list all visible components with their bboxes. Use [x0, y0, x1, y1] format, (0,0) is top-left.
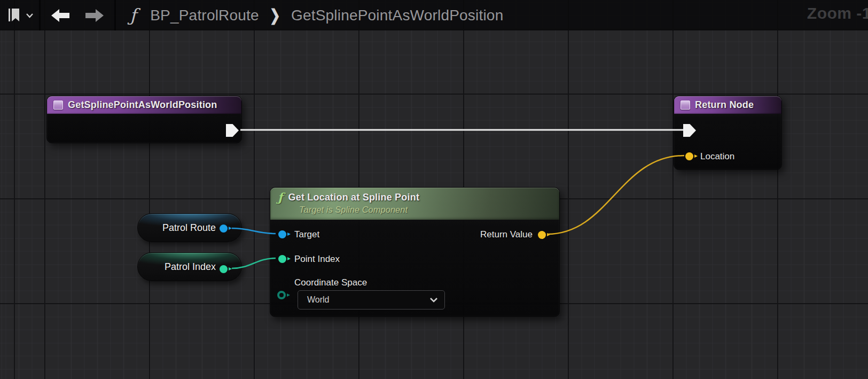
forward-arrow-icon	[84, 8, 105, 23]
return-value-pin-label: Return Value	[480, 229, 533, 240]
location-pin-label: Location	[700, 151, 734, 162]
chevron-down-icon	[429, 297, 438, 303]
return-value-pin[interactable]	[538, 231, 546, 239]
entry-node[interactable]: GetSplinePointAsWorldPosition	[46, 96, 242, 143]
entry-node-header: GetSplinePointAsWorldPosition	[47, 96, 241, 114]
point-index-pin-label: Point Index	[294, 254, 340, 265]
breadcrumb-parent[interactable]: BP_PatrolRoute	[150, 7, 259, 24]
return-node-icon	[681, 100, 690, 110]
zoom-indicator: Zoom -1	[807, 4, 868, 22]
function-icon: ƒ	[130, 5, 139, 26]
patrol-index-label: Patrol Index	[165, 253, 216, 281]
toolbar: ƒ BP_PatrolRoute ❯ GetSplinePointAsWorld…	[0, 0, 868, 30]
target-pin-label: Target	[294, 229, 319, 240]
exec-out-pin[interactable]	[226, 124, 239, 137]
entry-node-title: GetSplinePointAsWorldPosition	[68, 99, 217, 111]
forward-button[interactable]	[84, 8, 105, 23]
patrol-route-pin[interactable]	[220, 225, 228, 233]
function-entry-icon	[53, 100, 63, 110]
back-arrow-icon	[50, 8, 71, 23]
patrol-route-variable-node[interactable]: Patrol Route	[137, 213, 242, 242]
function-call-node[interactable]: ƒ Get Location at Spline Point Target is…	[270, 187, 560, 317]
breadcrumb-current[interactable]: GetSplinePointAsWorldPosition	[291, 7, 504, 24]
chevron-down-icon	[26, 13, 34, 18]
location-pin[interactable]	[685, 152, 693, 160]
breadcrumb-separator-icon: ❯	[270, 6, 280, 25]
patrol-index-variable-node[interactable]: Patrol Index	[137, 252, 242, 281]
coordinate-space-pin[interactable]	[277, 291, 286, 299]
breadcrumb: ƒ BP_PatrolRoute ❯ GetSplinePointAsWorld…	[116, 0, 503, 30]
patrol-route-label: Patrol Route	[162, 214, 216, 242]
back-button[interactable]	[50, 8, 71, 23]
function-glyph-icon: ƒ	[278, 191, 283, 203]
return-node-header: Return Node	[674, 96, 781, 114]
function-node-header: ƒ Get Location at Spline Point Target is…	[270, 188, 559, 220]
return-node[interactable]: Return Node Location	[674, 96, 782, 170]
point-index-pin[interactable]	[278, 255, 286, 263]
bookmark-button[interactable]	[7, 7, 21, 24]
return-node-title: Return Node	[695, 99, 754, 111]
coordinate-space-dropdown[interactable]: World	[298, 290, 445, 310]
target-pin[interactable]	[278, 230, 286, 238]
coordinate-space-pin-label: Coordinate Space	[294, 277, 367, 288]
bookmark-menu-button[interactable]	[26, 13, 34, 18]
exec-in-pin[interactable]	[683, 124, 696, 137]
function-node-title: Get Location at Spline Point	[288, 192, 419, 203]
patrol-index-pin[interactable]	[220, 265, 228, 273]
bookmark-icon	[7, 7, 21, 24]
coordinate-space-value: World	[307, 295, 330, 305]
function-node-subtitle: Target is Spline Component	[299, 205, 559, 215]
